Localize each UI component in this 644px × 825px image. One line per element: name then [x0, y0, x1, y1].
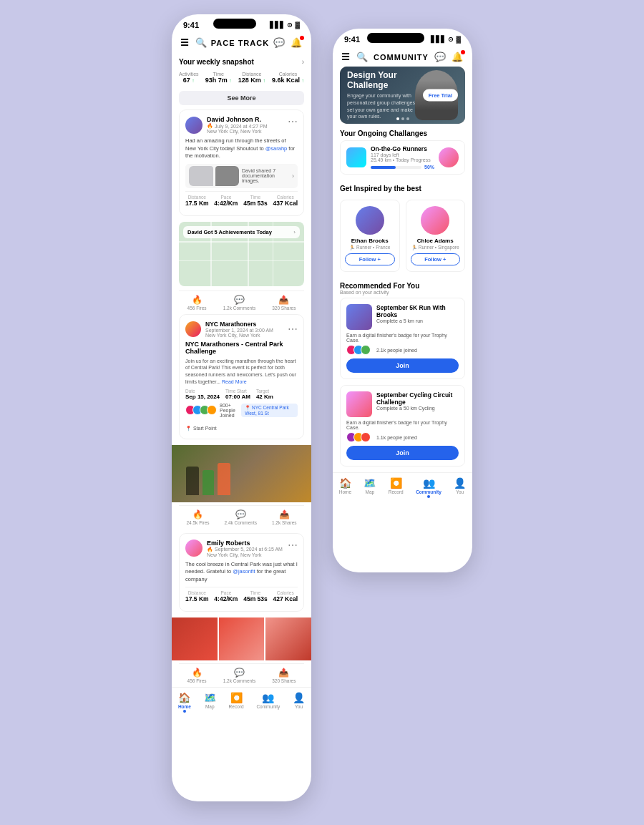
share-icon-3: 📤: [278, 668, 289, 678]
progress-pct-1: 50%: [424, 165, 434, 170]
event-card-1: NYC Marathoners September 1, 2024 at 3:0…: [179, 314, 304, 439]
challenge-distance: 25.49 km • Today Progress: [371, 157, 434, 162]
share-action-1[interactable]: 📤 320 Shares: [272, 295, 296, 311]
join-btn-2[interactable]: Join: [346, 446, 459, 460]
dot-1[interactable]: [396, 117, 399, 120]
user-name-emily: Emily Roberts: [207, 540, 283, 547]
run-icon-emily: 🔥: [207, 547, 213, 552]
wifi-icon-right: ⊙: [448, 36, 454, 43]
start-point-label: 📍 Start Point: [185, 426, 217, 431]
you-label-right: You: [456, 489, 464, 494]
hero-banner: Design Your Challenge Engage your commun…: [340, 67, 465, 124]
share-action-2[interactable]: 📤 1.2k Shares: [272, 509, 297, 525]
search-icon-right[interactable]: 🔍: [356, 52, 369, 62]
rec-title-2: September Cycling Circuit Challenge: [376, 391, 459, 406]
stat-calories: Calories 9.6k Kcal ↑: [272, 72, 304, 84]
runner-icon-chloe: 🏃: [411, 245, 417, 250]
stat-value-distance: 128 Km ↑: [238, 77, 265, 84]
fire-icon-2: 🔥: [192, 509, 203, 519]
rec-sub-1: Complete a 5 km run: [376, 318, 459, 323]
ethan-name: Ethan Brooks: [345, 238, 395, 244]
user-info-david: David Johnson R. 🔥 July 9, 2024 at 4:27 …: [207, 116, 268, 134]
rec-footer-1: 2.1k people joined: [346, 345, 459, 355]
fire-label-2: 24.5k Fires: [186, 520, 209, 525]
nav-community-right[interactable]: 👥 Community: [416, 477, 441, 498]
battery-icon-right: ▓: [456, 36, 461, 43]
mention-sarah[interactable]: @sarahp: [265, 145, 288, 152]
event-menu[interactable]: ⋯: [288, 323, 298, 335]
stat-value-calories: 9.6k Kcal ↑: [272, 77, 304, 84]
challenge-info-1: On-the-Go Runners 117 days left 25.49 km…: [371, 145, 434, 170]
nav-community-left[interactable]: 👥 Community: [256, 692, 280, 713]
nav-you-left[interactable]: 👤 You: [293, 692, 305, 713]
dot-3[interactable]: [406, 117, 409, 120]
rec-card-header-1: September 5K Run With Brooks Complete a …: [346, 304, 459, 330]
nav-home-right[interactable]: 🏠 Home: [339, 477, 351, 498]
hero-title: Design Your Challenge: [347, 70, 419, 90]
you-label-left: You: [295, 704, 303, 709]
challenge-header-1: On-the-Go Runners 117 days left 25.49 km…: [346, 145, 459, 170]
menu-icon-left[interactable]: ☰: [180, 37, 190, 48]
status-time-left: 9:41: [183, 21, 199, 29]
rec-img-2: [346, 391, 372, 417]
avatar-emily-img: [185, 540, 203, 557]
join-btn-1[interactable]: Join: [346, 358, 459, 373]
community-label-left: Community: [256, 704, 280, 709]
mention-jason[interactable]: @jasonfit: [233, 568, 255, 575]
marathon-photo: [172, 445, 311, 502]
nav-record-left[interactable]: ⏺️ Record: [229, 692, 244, 713]
fire-action-1[interactable]: 🔥 456 Fires: [187, 295, 207, 311]
hero-subtitle: Engage your community with personalized …: [347, 92, 419, 120]
hero-overlay: Design Your Challenge Engage your commun…: [340, 67, 465, 124]
user-meta-david: 🔥 July 9, 2024 at 4:27 PM: [207, 123, 268, 129]
status-time-right: 9:41: [344, 35, 360, 44]
notif-icon-right[interactable]: 🔔: [452, 52, 464, 62]
fire-action-3[interactable]: 🔥 456 Fires: [187, 668, 207, 683]
nav-home-left[interactable]: 🏠 Home: [178, 692, 191, 713]
dot-2[interactable]: [401, 117, 404, 120]
menu-icon-right[interactable]: ☰: [341, 52, 351, 62]
nav-record-right[interactable]: ⏺️ Record: [389, 477, 404, 498]
chat-icon-left[interactable]: 💬: [273, 37, 286, 48]
nav-you-right[interactable]: 👤 You: [454, 477, 466, 498]
challenge-thumb: [439, 147, 459, 167]
stat-time: Time 93h 7m ↑: [205, 72, 232, 84]
comment-action-3[interactable]: 💬 1.2k Comments: [223, 668, 256, 683]
search-icon-left[interactable]: 🔍: [195, 37, 208, 48]
top-nav-right-icons-right: 💬 🔔: [434, 52, 464, 62]
stat-label-activities: Activities: [179, 72, 199, 77]
see-more-button[interactable]: See More: [179, 91, 304, 105]
rec-desc-1: Earn a digital finisher's badge for your…: [346, 333, 459, 343]
nav-map-right[interactable]: 🗺️ Map: [364, 477, 376, 498]
chat-icon-right[interactable]: 💬: [434, 52, 447, 62]
comment-action-2[interactable]: 💬 2.4k Comments: [224, 509, 257, 525]
fire-action-2[interactable]: 🔥 24.5k Fires: [186, 509, 209, 525]
fire-icon-3: 🔥: [192, 668, 203, 678]
nav-map-left[interactable]: 🗺️ Map: [204, 692, 216, 713]
weekly-snapshot: Your weekly snapshot › Activities 67 ↑ T…: [172, 52, 311, 687]
chloe-tags-text: Runner • Singapore: [419, 245, 459, 250]
follow-btn-chloe[interactable]: Follow +: [411, 253, 461, 265]
share-action-3[interactable]: 📤 320 Shares: [272, 668, 296, 683]
people-count: 800+ People Joined: [220, 403, 241, 418]
notif-icon-left[interactable]: 🔔: [291, 37, 303, 48]
map-nav-arrow[interactable]: ›: [293, 229, 296, 235]
hero-cta-button[interactable]: Free Trial: [423, 89, 458, 102]
comment-action-1[interactable]: 💬 1.2k Comments: [223, 295, 256, 311]
record-icon-right: ⏺️: [390, 477, 402, 489]
follow-btn-ethan[interactable]: Follow +: [345, 253, 395, 265]
stat-activities: Activities 67 ↑: [179, 72, 199, 84]
read-more-link[interactable]: Read More: [222, 379, 247, 384]
event-title: NYC Marathoners - Central Park Challenge: [185, 341, 298, 355]
rec-footer-2: 1.1k people joined: [346, 432, 459, 442]
top-nav-left-icons: ☰ 🔍: [180, 37, 207, 48]
phones-container: 9:41 ▋▋▋ ⊙ ▓ ☰ 🔍 PACE TRACK 💬 �: [172, 14, 472, 801]
app-title-right: COMMUNITY: [374, 53, 429, 62]
home-icon-right: 🏠: [339, 477, 351, 489]
post-menu-1[interactable]: ⋯: [288, 116, 298, 127]
post-user-3: Emily Roberts 🔥 September 5, 2024 at 6:1…: [185, 540, 283, 557]
top-nav-left: ☰ 🔍 PACE TRACK 💬 🔔: [172, 33, 311, 52]
img-nav-icon[interactable]: ›: [292, 172, 294, 180]
user-location-emily: New York City, New York: [207, 552, 283, 557]
post-menu-3[interactable]: ⋯: [288, 540, 298, 551]
